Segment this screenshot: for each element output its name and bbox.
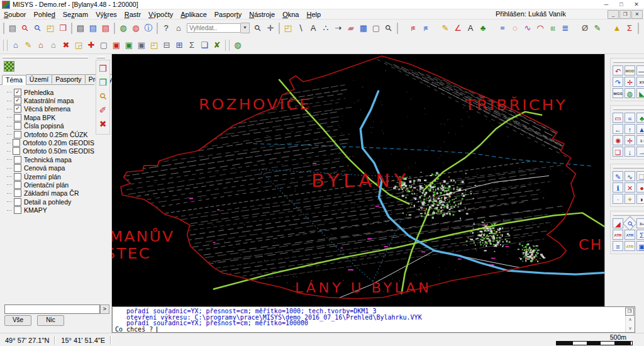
flash-icon[interactable]: ✦ — [625, 194, 635, 204]
dock-grip[interactable] — [613, 166, 644, 169]
house-refresh-icon[interactable]: ⌂ — [48, 40, 59, 51]
atr-search-icon[interactable]: ⚲ — [623, 216, 637, 230]
zoom-prev-icon[interactable]: « — [625, 113, 635, 123]
open-folder-icon[interactable]: ◰ — [282, 23, 294, 34]
house-delete-icon[interactable]: ⌂ — [35, 40, 47, 51]
menu-item-aplikace[interactable]: Aplikace — [177, 11, 211, 18]
layer-checkbox[interactable] — [14, 181, 21, 189]
xy-icon[interactable]: XY — [636, 77, 644, 87]
layer-checkbox[interactable]: ✓ — [14, 105, 21, 113]
mdi-close-button[interactable]: ✕ — [631, 10, 643, 19]
house-manager-icon[interactable]: ⌂ — [10, 40, 21, 51]
expert-blue-icon[interactable]: |E — [420, 23, 431, 34]
folder-new-icon[interactable]: ◲ — [73, 40, 84, 51]
page-house-red-icon[interactable]: ▣ — [111, 40, 122, 51]
arc-icon[interactable]: ◠ — [535, 23, 546, 34]
redo-icon[interactable]: ↷ — [613, 77, 623, 87]
toolbar-grip[interactable] — [114, 23, 115, 34]
book-icon[interactable]: ⊞ — [174, 40, 185, 51]
polyline-icon[interactable]: ∿ — [522, 23, 533, 34]
arcs-icon[interactable]: ((( — [547, 23, 558, 34]
print-setup-icon[interactable]: ▤ — [100, 23, 111, 34]
maximize-button[interactable]: □ — [614, 1, 629, 8]
help-icon[interactable]: ? — [160, 23, 172, 34]
add-icon[interactable]: ✛ — [625, 135, 635, 145]
pan-left-icon[interactable]: ← — [613, 124, 623, 134]
corner-icon[interactable]: ◢ — [613, 218, 623, 228]
layer-checkbox[interactable] — [13, 147, 20, 155]
erase-object-icon[interactable]: Ø — [579, 23, 591, 34]
select-all-button[interactable]: Vše — [4, 315, 31, 326]
export-icon[interactable]: ✘ — [211, 40, 223, 51]
page-db-icon[interactable]: ▣ — [136, 40, 147, 51]
extent-icon[interactable]: ▭ — [613, 113, 623, 123]
stats-icon[interactable]: iii — [497, 23, 508, 34]
three-plus-icon[interactable]: 3+ — [636, 218, 644, 228]
ref-delete-icon[interactable]: ✖ — [97, 118, 109, 130]
page-sum-icon[interactable]: Σ — [186, 40, 197, 51]
wgs-icon[interactable]: WGS — [613, 88, 623, 98]
close-button[interactable]: ✕ — [629, 1, 644, 8]
globe-import-icon[interactable]: ◍ — [118, 23, 129, 34]
console-restore-button[interactable]: ❐ — [625, 308, 634, 316]
copy-reference-icon[interactable]: ❒ — [57, 23, 69, 34]
label-text-icon[interactable]: A — [465, 23, 476, 34]
lasso-icon[interactable]: ◌ — [509, 23, 521, 34]
draw-symbol-icon[interactable]: ∴ — [320, 23, 331, 34]
dash-tool-icon[interactable]: — — [636, 65, 644, 75]
layers-icon[interactable]: ≣ — [560, 23, 571, 34]
tree-icon[interactable]: ♣ — [477, 23, 489, 34]
page-view-icon[interactable]: ❏ — [613, 147, 623, 157]
mdi-minimize-button[interactable]: _ — [608, 10, 619, 19]
expert-red-icon[interactable]: |E — [408, 23, 419, 34]
mdi-restore-button[interactable]: ❐ — [619, 10, 631, 19]
pen-icon[interactable]: ✎ — [440, 23, 451, 34]
pan-right-icon[interactable]: → — [636, 147, 644, 157]
ref-copy-red-icon[interactable]: ❒ — [97, 63, 109, 74]
panel-grip[interactable] — [3, 56, 88, 59]
tab-pasporty[interactable]: Pasporty — [52, 74, 85, 84]
search-input[interactable] — [187, 23, 241, 33]
pan-icon[interactable]: ✛ — [265, 23, 276, 34]
toolbar-grip[interactable] — [397, 23, 398, 34]
command-console[interactable]: pořadí souřadnic=YX; přesnost=cm; měřítk… — [112, 306, 635, 333]
zoom-in-tri-icon[interactable]: ▲ — [636, 124, 644, 134]
print-preview-icon[interactable]: ▤ — [87, 23, 99, 34]
atr-blue-icon[interactable]: ATR — [625, 230, 635, 240]
globe-grid-icon[interactable]: ◍ — [130, 23, 142, 34]
layer-checkbox[interactable] — [13, 139, 20, 147]
pen-cross-icon[interactable]: ✎ — [592, 23, 603, 34]
tools-red-icon[interactable]: ✚ — [86, 40, 97, 51]
atr-red-icon[interactable]: ATR — [613, 230, 623, 240]
toolbar-grip[interactable] — [71, 23, 72, 34]
redraw-icon[interactable]: ✺ — [613, 135, 623, 145]
toolbar-grip[interactable] — [3, 40, 8, 51]
menu-item-seznam[interactable]: Seznam — [59, 11, 92, 18]
tab-území[interactable]: Území — [26, 74, 52, 84]
select-none-button[interactable]: Nic — [37, 315, 64, 326]
delete-x-icon[interactable]: ✖ — [60, 40, 72, 51]
overlay-icon[interactable]: ▲ — [611, 23, 623, 34]
home-icon[interactable]: ⌂ — [173, 23, 184, 34]
layer-checkbox[interactable] — [14, 156, 21, 164]
draw-shield-icon[interactable]: ❑ — [636, 171, 644, 181]
menu-item-soubor[interactable]: Soubor — [0, 11, 30, 18]
menu-item-pohled[interactable]: Pohled — [30, 11, 58, 18]
cursor-info-icon[interactable]: ℹ — [613, 182, 623, 193]
layer-checkbox[interactable]: ✓ — [14, 97, 21, 104]
measure-angle-icon[interactable]: ∠ — [452, 23, 464, 34]
menu-item-okna[interactable]: Okna — [279, 11, 303, 18]
layer-checkbox[interactable] — [14, 173, 21, 181]
minimize-button[interactable]: ─ — [599, 1, 614, 8]
list-icon[interactable]: ≡ — [613, 241, 623, 251]
database-icon[interactable]: ⊟ — [161, 40, 172, 51]
undo-icon[interactable]: ↶ — [613, 65, 623, 75]
ref-copy-green-icon[interactable]: ❒ — [97, 77, 109, 88]
print-icon[interactable]: ▤ — [75, 23, 86, 34]
draw-polyline-icon[interactable]: ∿ — [625, 171, 635, 181]
window-grid-icon[interactable]: ▣ — [636, 241, 644, 251]
point-red-icon[interactable]: ● — [636, 182, 644, 193]
menu-item-nástroje[interactable]: Nástroje — [245, 11, 279, 18]
toolbar-grip[interactable] — [638, 23, 639, 34]
draw-text-icon[interactable]: A — [308, 23, 319, 34]
